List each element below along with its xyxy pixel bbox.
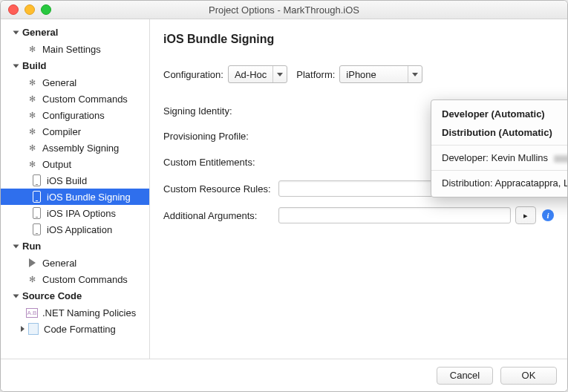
phone-icon bbox=[30, 191, 42, 203]
sidebar-group-label: Run bbox=[22, 241, 41, 252]
document-icon bbox=[27, 323, 39, 335]
sidebar-item-output[interactable]: ✻ Output bbox=[1, 156, 149, 172]
sidebar-item-ios-bundle-signing[interactable]: iOS Bundle Signing bbox=[1, 189, 149, 205]
sidebar-item-run-custom-commands[interactable]: ✻ Custom Commands bbox=[1, 271, 149, 287]
sidebar-item-label: Configurations bbox=[42, 110, 105, 121]
sidebar-item-label: General bbox=[42, 258, 76, 269]
sidebar-item-label: Custom Commands bbox=[42, 274, 128, 285]
sidebar-item-label: Compiler bbox=[42, 126, 81, 137]
dropdown-item-distribution-name[interactable]: Distribution: Appracatappra, LLC bbox=[431, 174, 568, 192]
sidebar-group-build[interactable]: Build bbox=[1, 57, 149, 74]
sidebar-item-ios-build[interactable]: iOS Build bbox=[1, 172, 149, 189]
sidebar-group-run[interactable]: Run bbox=[1, 238, 149, 255]
sidebar-item-label: .NET Naming Policies bbox=[42, 307, 136, 318]
sidebar-item-compiler[interactable]: ✻ Compiler bbox=[1, 123, 149, 140]
sidebar-item-label: Assembly Signing bbox=[42, 143, 119, 154]
separator bbox=[431, 145, 568, 146]
sidebar-item-label: Code Formatting bbox=[44, 324, 116, 335]
sidebar-item-main-settings[interactable]: ✻ Main Settings bbox=[1, 41, 149, 57]
sidebar-group-label: General bbox=[22, 27, 58, 38]
gear-icon: ✻ bbox=[26, 109, 38, 121]
dialog-footer: Cancel OK bbox=[1, 359, 567, 391]
signing-identity-dropdown: Developer (Automatic) Distribution (Auto… bbox=[431, 99, 568, 197]
phone-icon bbox=[30, 174, 42, 186]
disclosure-triangle-icon bbox=[13, 30, 19, 34]
sidebar-item-label: iOS Application bbox=[47, 224, 112, 235]
sidebar-item-custom-commands[interactable]: ✻ Custom Commands bbox=[1, 91, 149, 107]
gear-icon: ✻ bbox=[26, 142, 38, 154]
provisioning-label: Provisioning Profile: bbox=[163, 131, 278, 142]
info-icon[interactable]: i bbox=[542, 209, 554, 221]
gear-icon: ✻ bbox=[26, 158, 38, 170]
dropdown-item-label: Developer: Kevin Mullins bbox=[442, 152, 548, 163]
sidebar-group-label: Source Code bbox=[22, 290, 82, 301]
sidebar-item-build-general[interactable]: ✻ General bbox=[1, 74, 149, 91]
dropdown-item-developer-name[interactable]: Developer: Kevin Mullins bbox=[431, 148, 568, 167]
project-options-window: Project Options - MarkThrough.iOS Genera… bbox=[0, 0, 568, 392]
platform-label: Platform: bbox=[296, 69, 335, 80]
sidebar-item-label: Custom Commands bbox=[42, 94, 128, 105]
config-row: Configuration: Ad-Hoc Platform: iPhone bbox=[163, 65, 554, 83]
dropdown-item-distribution-auto[interactable]: Distribution (Automatic) bbox=[431, 123, 568, 142]
platform-value: iPhone bbox=[340, 69, 408, 80]
configuration-label: Configuration: bbox=[163, 69, 223, 80]
sidebar-item-label: Main Settings bbox=[42, 44, 101, 55]
platform-select[interactable]: iPhone bbox=[339, 65, 422, 83]
window-title: Project Options - MarkThrough.iOS bbox=[1, 4, 567, 16]
disclosure-triangle-icon bbox=[19, 326, 26, 332]
page-title: iOS Bundle Signing bbox=[163, 33, 554, 46]
sidebar-group-general[interactable]: General bbox=[1, 24, 149, 41]
sidebar-item-configurations[interactable]: ✻ Configurations bbox=[1, 107, 149, 123]
chevron-down-icon bbox=[408, 66, 422, 82]
gear-icon: ✻ bbox=[26, 125, 38, 137]
gear-icon: ✻ bbox=[26, 93, 38, 105]
sidebar-item-naming-policies[interactable]: A.B .NET Naming Policies bbox=[1, 304, 149, 321]
disclosure-triangle-icon bbox=[13, 244, 19, 248]
arguments-field[interactable] bbox=[278, 207, 511, 223]
sidebar-item-run-general[interactable]: General bbox=[1, 255, 149, 271]
sidebar-item-assembly-signing[interactable]: ✻ Assembly Signing bbox=[1, 140, 149, 156]
sidebar-item-label: General bbox=[42, 77, 76, 88]
arguments-label: Additional Arguments: bbox=[163, 210, 278, 221]
sidebar-group-label: Build bbox=[22, 60, 47, 71]
gear-icon: ✻ bbox=[26, 43, 38, 55]
configuration-select[interactable]: Ad-Hoc bbox=[228, 65, 287, 83]
phone-icon bbox=[30, 207, 42, 219]
disclosure-triangle-icon bbox=[13, 294, 19, 298]
entitlements-label: Custom Entitlements: bbox=[163, 157, 278, 168]
signing-identity-label: Signing Identity: bbox=[163, 105, 278, 117]
dropdown-item-label: Distribution: Appracatappra, LLC bbox=[442, 177, 568, 189]
sidebar-item-ios-application[interactable]: iOS Application bbox=[1, 221, 149, 238]
resource-rules-label: Custom Resource Rules: bbox=[163, 183, 278, 195]
cancel-button[interactable]: Cancel bbox=[437, 367, 493, 385]
sidebar-item-label: Output bbox=[42, 159, 71, 170]
chevron-down-icon bbox=[272, 66, 287, 82]
disclosure-triangle-icon bbox=[13, 64, 19, 68]
redacted-text bbox=[554, 155, 568, 163]
gear-icon: ✻ bbox=[26, 76, 38, 88]
separator bbox=[431, 170, 568, 171]
sidebar-group-source-code[interactable]: Source Code bbox=[1, 287, 149, 304]
sidebar-item-label: iOS Bundle Signing bbox=[47, 192, 131, 203]
gear-icon: ✻ bbox=[26, 273, 38, 285]
titlebar: Project Options - MarkThrough.iOS bbox=[1, 1, 567, 19]
phone-icon bbox=[30, 223, 42, 235]
sidebar: General ✻ Main Settings Build ✻ General … bbox=[1, 19, 150, 362]
sidebar-item-code-formatting[interactable]: Code Formatting bbox=[1, 321, 149, 337]
ok-button[interactable]: OK bbox=[500, 367, 557, 385]
box-icon: A.B bbox=[26, 307, 38, 318]
sidebar-item-ios-ipa-options[interactable]: iOS IPA Options bbox=[1, 205, 149, 221]
configuration-value: Ad-Hoc bbox=[229, 69, 272, 80]
sidebar-item-label: iOS IPA Options bbox=[47, 208, 116, 219]
play-icon bbox=[26, 257, 38, 269]
sidebar-item-label: iOS Build bbox=[47, 175, 87, 186]
main-panel: iOS Bundle Signing Configuration: Ad-Hoc… bbox=[150, 19, 567, 362]
dropdown-item-developer-auto[interactable]: Developer (Automatic) bbox=[431, 105, 568, 123]
expand-button[interactable]: ▸ bbox=[515, 206, 536, 224]
